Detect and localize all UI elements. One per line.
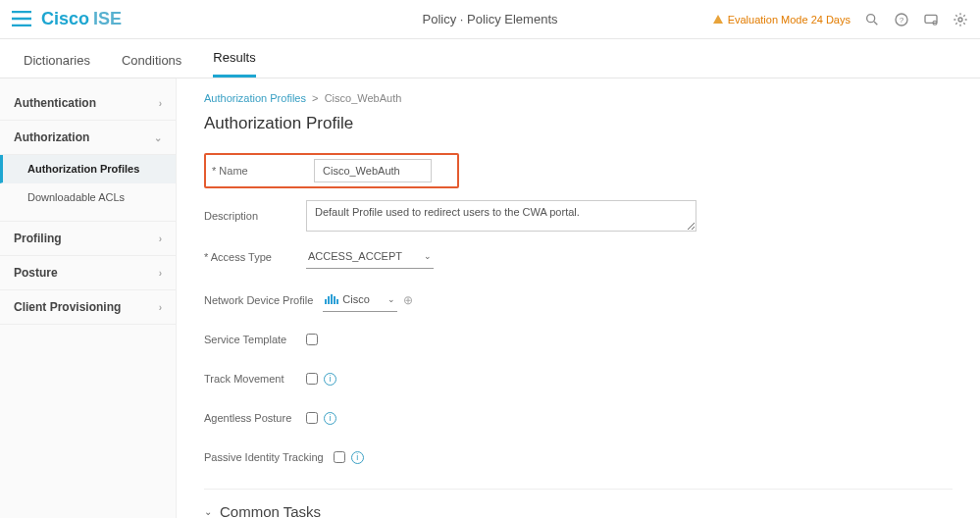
tab-bar: Dictionaries Conditions Results	[0, 39, 980, 78]
svg-rect-3	[925, 15, 937, 23]
ops-icon[interactable]	[923, 12, 939, 27]
row-service-template: Service Template	[204, 326, 953, 353]
brand: CiscoISE	[41, 9, 122, 29]
sidebar: Authentication› Authorization⌄ Authoriza…	[0, 78, 177, 518]
ndp-select[interactable]: Cisco⌄	[323, 289, 397, 312]
row-ndp: Network Device Profile Cisco⌄ ⊕	[204, 286, 953, 314]
label-service-template: Service Template	[204, 334, 306, 345]
description-field[interactable]: Default Profile used to redirect users t…	[306, 200, 696, 232]
passive-checkbox[interactable]	[334, 451, 345, 463]
content-breadcrumb: Authorization Profiles > Cisco_WebAuth	[204, 92, 953, 104]
common-tasks-header[interactable]: ⌄ Common Tasks	[204, 503, 953, 518]
sidebar-authorization[interactable]: Authorization⌄	[0, 121, 176, 155]
settings-icon[interactable]	[953, 12, 968, 27]
separator	[204, 489, 953, 490]
info-icon[interactable]: i	[351, 451, 364, 464]
sidebar-client-provisioning[interactable]: Client Provisioning›	[0, 290, 176, 325]
page-title: Authorization Profile	[204, 114, 953, 133]
label-access-type: Access Type	[204, 251, 306, 263]
info-icon[interactable]: i	[324, 373, 336, 386]
top-bar: CiscoISE Policy · Policy Elements Evalua…	[0, 0, 980, 39]
hamburger-icon[interactable]	[12, 7, 31, 32]
service-template-checkbox[interactable]	[306, 334, 318, 345]
tab-dictionaries[interactable]: Dictionaries	[24, 53, 90, 78]
label-track-movement: Track Movement	[204, 373, 306, 385]
info-icon[interactable]: i	[324, 412, 336, 425]
evaluation-badge[interactable]: Evaluation Mode 24 Days	[712, 14, 851, 26]
sidebar-dacl[interactable]: Downloadable ACLs	[0, 183, 176, 212]
row-track-movement: Track Movement i	[204, 365, 953, 392]
page-breadcrumb: Policy · Policy Elements	[423, 12, 558, 26]
row-access-type: Access Type ACCESS_ACCEPT⌄	[204, 243, 953, 271]
chevron-down-icon: ⌄	[154, 132, 162, 143]
svg-point-5	[958, 18, 962, 22]
row-name: Name	[204, 153, 953, 188]
sidebar-authentication[interactable]: Authentication›	[0, 86, 176, 121]
chevron-right-icon: ›	[159, 233, 162, 244]
label-agentless: Agentless Posture	[204, 412, 306, 424]
chevron-down-icon: ⌄	[204, 506, 212, 517]
tab-results[interactable]: Results	[213, 50, 255, 78]
sidebar-posture[interactable]: Posture›	[0, 256, 176, 290]
main-area: Authentication› Authorization⌄ Authoriza…	[0, 78, 980, 518]
svg-point-0	[867, 14, 875, 22]
svg-text:?: ?	[900, 15, 904, 24]
chevron-down-icon: ⌄	[424, 251, 432, 261]
crumb-parent-link[interactable]: Authorization Profiles	[204, 92, 306, 104]
chevron-down-icon: ⌄	[387, 294, 395, 304]
chevron-right-icon: ›	[159, 302, 162, 313]
tab-conditions[interactable]: Conditions	[122, 53, 181, 78]
cisco-logo-icon	[325, 294, 338, 304]
label-ndp: Network Device Profile	[204, 294, 313, 306]
label-description: Description	[204, 210, 306, 222]
access-type-select[interactable]: ACCESS_ACCEPT⌄	[306, 246, 434, 269]
help-icon[interactable]: ?	[894, 12, 909, 27]
row-agentless: Agentless Posture i	[204, 404, 953, 432]
agentless-checkbox[interactable]	[306, 412, 318, 424]
chevron-right-icon: ›	[159, 268, 162, 279]
top-right-tools: Evaluation Mode 24 Days ?	[712, 12, 968, 27]
label-name: Name	[212, 165, 314, 177]
name-field[interactable]	[314, 159, 432, 182]
crumb-current: Cisco_WebAuth	[325, 92, 402, 104]
sidebar-profiling[interactable]: Profiling›	[0, 222, 176, 256]
row-passive: Passive Identity Tracking i	[204, 443, 953, 471]
chevron-right-icon: ›	[159, 98, 162, 109]
search-icon[interactable]	[864, 12, 880, 27]
track-movement-checkbox[interactable]	[306, 373, 318, 385]
add-ndp-button[interactable]: ⊕	[403, 293, 413, 307]
content-pane: Authorization Profiles > Cisco_WebAuth A…	[177, 78, 980, 518]
sidebar-authz-profiles[interactable]: Authorization Profiles	[0, 155, 176, 183]
row-description: Description Default Profile used to redi…	[204, 200, 953, 232]
label-passive: Passive Identity Tracking	[204, 451, 324, 463]
